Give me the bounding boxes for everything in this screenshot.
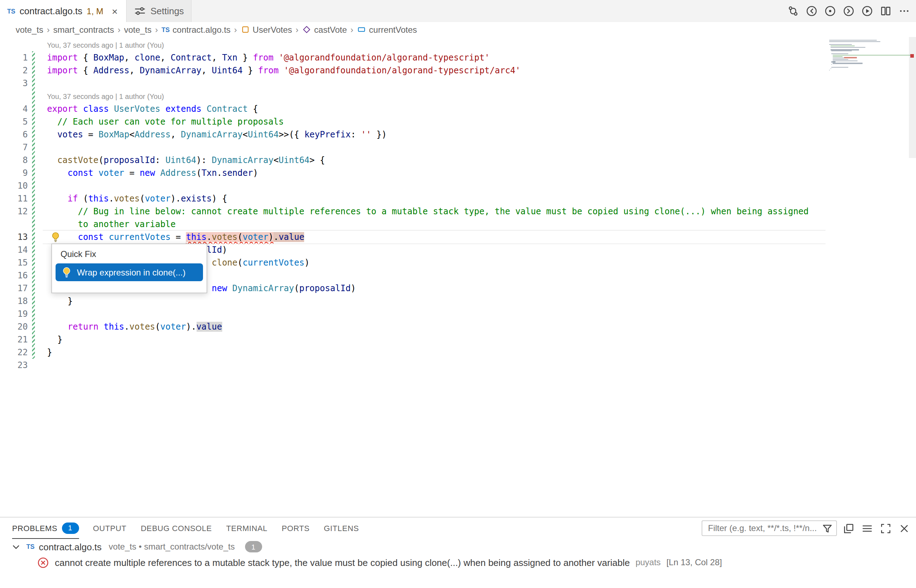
line-number[interactable]: 18 — [0, 296, 28, 306]
view-as-table-icon[interactable] — [861, 522, 873, 534]
git-gutter-indicator — [28, 295, 47, 307]
breadcrumb-separator: › — [152, 24, 162, 34]
codelens-row[interactable]: You, 37 seconds ago | 1 author (You) — [0, 39, 916, 51]
close-tab-icon[interactable]: × — [110, 5, 119, 17]
panel-tab-problems[interactable]: PROBLEMS1 — [12, 517, 79, 539]
problem-item-row[interactable]: cannot create multiple references to a m… — [0, 554, 916, 570]
code-editor[interactable]: You, 37 seconds ago | 1 author (You)1imp… — [0, 37, 916, 517]
code-line-19[interactable]: 19 — [0, 307, 916, 320]
line-number[interactable]: 9 — [0, 168, 28, 178]
code-line-21[interactable]: 21 } — [0, 333, 916, 346]
lightbulb-icon[interactable] — [50, 231, 61, 243]
chevron-down-icon[interactable] — [10, 541, 22, 553]
panel-tab-gitlens[interactable]: GITLENS — [324, 517, 359, 539]
split-editor-icon[interactable] — [880, 5, 892, 17]
line-number[interactable]: 3 — [0, 78, 28, 88]
line-number[interactable]: 6 — [0, 129, 28, 139]
line-number[interactable]: 11 — [0, 194, 28, 204]
symbol-method-icon — [302, 25, 311, 34]
code-line-5[interactable]: 5 // Each user can vote for multiple pro… — [0, 115, 916, 128]
breadcrumb-item-vote-ts[interactable]: vote_ts — [16, 24, 43, 34]
line-number[interactable]: 15 — [0, 258, 28, 268]
code-line-1[interactable]: 1import { BoxMap, clone, Contract, Txn }… — [0, 51, 916, 64]
line-number[interactable]: 21 — [0, 334, 28, 344]
breadcrumb-item-currentvotes[interactable]: currentVotes — [357, 24, 417, 34]
line-number[interactable]: 2 — [0, 66, 28, 76]
quick-fix-action[interactable]: Wrap expression in clone(...) — [55, 263, 203, 281]
line-number[interactable]: 14 — [0, 245, 28, 255]
line-number[interactable]: 12 — [0, 207, 28, 216]
line-number[interactable]: 7 — [0, 142, 28, 152]
toggle-file-blame-icon[interactable] — [824, 5, 836, 17]
open-previous-change-icon[interactable] — [806, 5, 818, 17]
code-line-13[interactable]: 13 const currentVotes = this.votes(voter… — [0, 231, 916, 244]
code-line-3[interactable]: 3 — [0, 77, 916, 90]
collapse-all-icon[interactable] — [843, 522, 855, 534]
line-number[interactable]: 13 — [0, 232, 28, 242]
git-gutter-indicator — [28, 154, 47, 166]
git-gutter-indicator — [28, 320, 47, 333]
code-line-9[interactable]: 9 const voter = new Address(Txn.sender) — [0, 166, 916, 179]
code-line-23[interactable]: 23 — [0, 359, 916, 372]
code-line-20[interactable]: 20 return this.votes(voter).value — [0, 320, 916, 333]
git-gutter-indicator — [28, 346, 47, 359]
tab-settings[interactable]: Settings — [127, 0, 192, 22]
typescript-file-icon: TS — [26, 543, 34, 550]
problems-filter — [702, 520, 837, 536]
code-line-4[interactable]: 4export class UserVotes extends Contract… — [0, 102, 916, 115]
breadcrumb-item-uservotes[interactable]: UserVotes — [240, 24, 292, 34]
code-line-6[interactable]: 6 votes = BoxMap<Address, DynamicArray<U… — [0, 128, 916, 141]
codelens-row[interactable]: You, 37 seconds ago | 1 author (You) — [0, 90, 916, 102]
maximize-panel-icon[interactable] — [880, 522, 892, 534]
run-file-icon[interactable] — [861, 5, 873, 17]
line-number[interactable]: 16 — [0, 270, 28, 281]
panel-tab-ports[interactable]: PORTS — [282, 517, 309, 539]
problems-filter-input[interactable] — [707, 522, 821, 534]
git-compare-icon[interactable] — [787, 5, 799, 17]
git-gutter-indicator — [28, 218, 47, 231]
code-line-18[interactable]: 18 } — [0, 295, 916, 307]
panel-tab-debug-console[interactable]: DEBUG CONSOLE — [141, 517, 212, 539]
code-line-wrap[interactable]: to another variable — [0, 218, 916, 231]
filter-icon[interactable] — [821, 522, 833, 534]
scrollbar-thumb[interactable] — [909, 37, 916, 158]
close-panel-icon[interactable] — [898, 522, 910, 534]
line-number[interactable]: 22 — [0, 347, 28, 357]
minimap[interactable] — [827, 37, 909, 80]
open-next-change-icon[interactable] — [843, 5, 855, 17]
code-line-7[interactable]: 7 — [0, 141, 916, 154]
tab-contract-algo-ts[interactable]: TS contract.algo.ts 1, M × — [0, 0, 127, 22]
bottom-panel: PROBLEMS1OUTPUTDEBUG CONSOLETERMINALPORT… — [0, 517, 916, 588]
code-line-2[interactable]: 2import { Address, DynamicArray, Uint64 … — [0, 64, 916, 77]
line-number[interactable]: 8 — [0, 155, 28, 165]
line-number[interactable]: 19 — [0, 309, 28, 319]
breadcrumb-item-contract-algo-ts[interactable]: TScontract.algo.ts — [162, 24, 231, 34]
code-line-12[interactable]: 12 // Bug in line below: cannot create m… — [0, 205, 916, 218]
codelens-annotation[interactable]: You, 37 seconds ago | 1 author (You) — [47, 92, 164, 100]
git-gutter-indicator — [28, 64, 47, 77]
more-actions-icon[interactable] — [898, 5, 910, 17]
panel-tab-output[interactable]: OUTPUT — [93, 517, 126, 539]
line-number[interactable]: 1 — [0, 53, 28, 63]
line-number[interactable]: 10 — [0, 181, 28, 191]
codelens-annotation[interactable]: You, 37 seconds ago | 1 author (You) — [47, 41, 164, 49]
code-line-10[interactable]: 10 — [0, 179, 916, 192]
problems-file-row[interactable]: TS contract.algo.ts vote_ts • smart_cont… — [0, 539, 916, 554]
code-line-8[interactable]: 8 castVote(proposalId: Uint64): DynamicA… — [0, 154, 916, 166]
code-line-11[interactable]: 11 if (this.votes(voter).exists) { — [0, 192, 916, 205]
breadcrumb-item-smart-contracts[interactable]: smart_contracts — [53, 24, 114, 34]
line-number[interactable]: 5 — [0, 117, 28, 127]
panel-actions — [702, 517, 910, 539]
panel-tab-terminal[interactable]: TERMINAL — [226, 517, 267, 539]
breadcrumb-item-castvote[interactable]: castVote — [302, 24, 347, 34]
code-text: // Bug in line below: cannot create mult… — [47, 207, 809, 216]
code-line-22[interactable]: 22} — [0, 346, 916, 359]
tab-modified-decoration: 1, M — [87, 6, 103, 16]
line-number[interactable]: 20 — [0, 322, 28, 332]
problem-location: [Ln 13, Col 28] — [666, 557, 722, 567]
line-number[interactable]: 17 — [0, 283, 28, 293]
line-number[interactable]: 23 — [0, 360, 28, 370]
line-number[interactable]: 4 — [0, 104, 28, 114]
git-gutter-indicator — [28, 231, 47, 244]
breadcrumb-item-vote-ts[interactable]: vote_ts — [124, 24, 151, 34]
